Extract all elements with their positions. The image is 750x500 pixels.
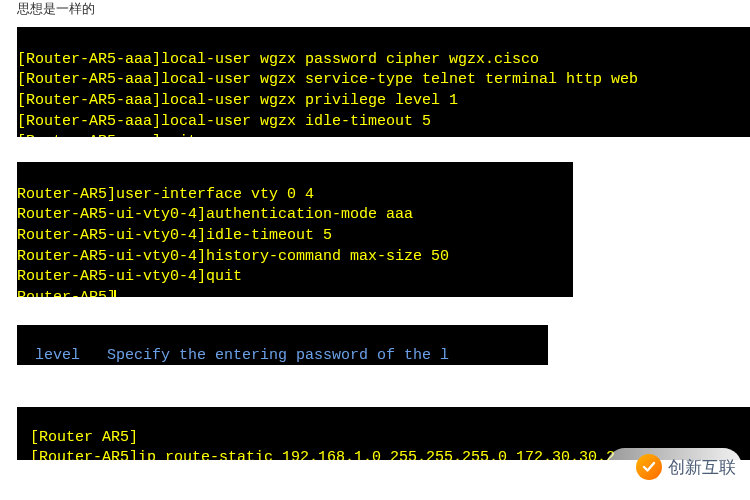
terminal-line: Router-AR5-ui-vty0-4]idle-timeout 5 xyxy=(17,227,332,244)
watermark-text: 创新互联 xyxy=(668,456,736,479)
terminal-line: Router-AR5-ui-vty0-4]authentication-mode… xyxy=(17,206,413,223)
terminal-line: [Router-AR5-aaa]quit xyxy=(17,133,197,137)
terminal-line: Router-AR5] xyxy=(17,289,116,297)
terminal-line: Router-AR5-ui-vty0-4]history-command max… xyxy=(17,248,449,265)
terminal-line: [Router-AR5-aaa]local-user wgzx idle-tim… xyxy=(17,113,431,130)
terminal-block-vty: Router-AR5]user-interface vty 0 4 Router… xyxy=(17,162,573,297)
page-heading: 思想是一样的 xyxy=(0,0,750,21)
terminal-line: Router-AR5]user-interface vty 0 4 xyxy=(17,186,314,203)
watermark: 创新互联 xyxy=(606,448,742,486)
check-icon xyxy=(641,459,657,475)
terminal-line: Router-AR5-ui-vty0-4]quit xyxy=(17,268,242,285)
terminal-line: [Router-AR5-aaa]local-user wgzx password… xyxy=(17,51,539,68)
checkmark-logo-icon xyxy=(636,454,662,480)
terminal-block-aaa: [Router-AR5-aaa]local-user wgzx password… xyxy=(17,27,750,137)
terminal-block-super: level Specify the entering password of t… xyxy=(17,325,548,365)
cursor-icon xyxy=(114,290,116,297)
terminal-line: [Router-AR5-aaa]local-user wgzx privileg… xyxy=(17,92,458,109)
terminal-line: [Router AR5] xyxy=(30,429,138,446)
terminal-line: [Router-AR5-aaa]local-user wgzx service-… xyxy=(17,71,638,88)
terminal-line: [Router-AR5]ip route-static 192.168.1.0 … xyxy=(30,449,615,460)
terminal-line: level Specify the entering password of t… xyxy=(17,347,449,364)
